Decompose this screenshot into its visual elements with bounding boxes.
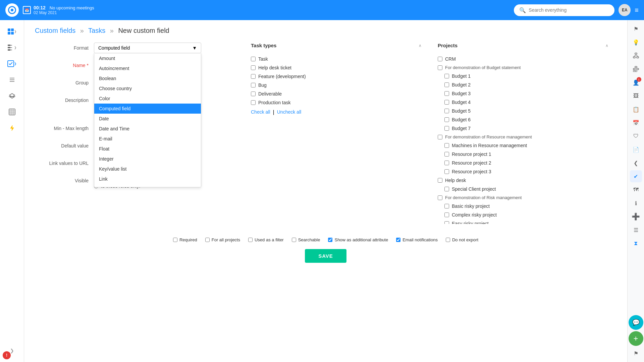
task-type-deliverable-label[interactable]: Deliverable — [258, 91, 282, 97]
project-machines-label[interactable]: Machines in Resource management — [452, 143, 527, 148]
task-type-task-label[interactable]: Task — [258, 56, 268, 62]
option-amount[interactable]: Amount — [94, 53, 201, 63]
project-budget7-label[interactable]: Budget 7 — [452, 126, 471, 131]
task-type-deliverable-checkbox[interactable] — [251, 92, 256, 96]
option-computed-field[interactable]: Computed field — [94, 104, 201, 114]
breadcrumb-custom-fields[interactable]: Custom fields — [35, 27, 75, 34]
used-as-filter-label[interactable]: Used as a filter — [255, 237, 284, 242]
add-button[interactable]: + — [629, 331, 643, 346]
project-complex-risky-checkbox[interactable] — [444, 213, 449, 217]
searchable-checkbox[interactable] — [292, 238, 296, 242]
project-budget3-checkbox[interactable] — [444, 91, 449, 96]
sidebar-item-tasks[interactable]: ❯ — [5, 56, 19, 71]
right-shield-icon[interactable]: 🛡 — [630, 130, 642, 142]
right-calendar-icon[interactable]: 📅 — [630, 117, 642, 129]
project-budget1-checkbox[interactable] — [444, 74, 449, 78]
project-budget1-label[interactable]: Budget 1 — [452, 73, 471, 79]
project-resource-group-label[interactable]: For demonstration of Resource management — [445, 134, 532, 139]
right-collapse-icon[interactable]: ❮ — [630, 157, 642, 169]
task-type-feature-checkbox[interactable] — [251, 74, 256, 79]
project-risk-group-label[interactable]: For demonstration of Risk management — [445, 195, 522, 200]
project-basic-risky-label[interactable]: Basic risky project — [452, 203, 490, 209]
required-label[interactable]: Required — [179, 237, 197, 242]
sidebar-item-grid[interactable]: ❯ — [5, 24, 19, 39]
do-not-export-label[interactable]: Do not export — [452, 237, 478, 242]
task-type-production-checkbox[interactable] — [251, 100, 256, 105]
format-dropdown[interactable]: Computed field ▼ Amount Autoincrement Bo… — [94, 43, 201, 53]
sidebar-item-table[interactable] — [5, 105, 19, 119]
project-budget2-label[interactable]: Budget 2 — [452, 82, 471, 87]
right-checkmark-icon[interactable]: ✔ — [630, 170, 642, 182]
project-resource2-label[interactable]: Resource project 2 — [452, 160, 491, 166]
project-budget2-checkbox[interactable] — [444, 82, 449, 87]
right-user-icon[interactable]: 👤 1 — [630, 76, 642, 88]
hamburger-menu[interactable]: ≡ — [635, 6, 639, 14]
project-budget-group-label[interactable]: For demonstration of Budget statement — [445, 65, 521, 70]
option-boolean[interactable]: Boolean — [94, 73, 201, 83]
project-machines-checkbox[interactable] — [444, 143, 449, 148]
sidebar-item-bolt[interactable] — [5, 121, 19, 135]
project-resource3-checkbox[interactable] — [444, 169, 449, 174]
project-risk-group-checkbox[interactable] — [438, 195, 442, 200]
check-all-link[interactable]: Check all — [251, 109, 270, 115]
option-date-and-time[interactable]: Date and Time — [94, 124, 201, 134]
search-box[interactable]: 🔍 — [514, 4, 614, 16]
option-float[interactable]: Float — [94, 144, 201, 154]
projects-collapse-btn[interactable]: ∧ — [605, 43, 608, 48]
project-helpdesk-group-label[interactable]: Help desk — [445, 178, 466, 183]
project-budget4-label[interactable]: Budget 4 — [452, 100, 471, 105]
project-special-client-label[interactable]: Special Client project — [452, 186, 496, 192]
project-budget5-label[interactable]: Budget 5 — [452, 108, 471, 114]
project-crm-label[interactable]: CRM — [445, 56, 456, 62]
sidebar-item-list[interactable] — [5, 72, 19, 87]
for-all-projects-label[interactable]: For all projects — [212, 237, 240, 242]
task-type-task-checkbox[interactable] — [251, 57, 256, 61]
right-map-icon[interactable]: 🗺 — [630, 184, 642, 196]
breadcrumb-tasks[interactable]: Tasks — [88, 27, 105, 34]
project-helpdesk-group-checkbox[interactable] — [438, 178, 442, 183]
right-hierarchy-icon[interactable] — [630, 63, 642, 75]
chat-button[interactable]: 💬 — [629, 315, 643, 330]
option-integer[interactable]: Integer — [94, 154, 201, 164]
project-resource3-label[interactable]: Resource project 3 — [452, 169, 491, 174]
option-key-value-list[interactable]: Key/value list — [94, 164, 201, 174]
right-image-icon[interactable]: 🖼 — [630, 90, 642, 102]
right-flag-icon[interactable]: ⚑ — [630, 23, 642, 35]
option-choose-country[interactable]: Choose country — [94, 83, 201, 94]
option-email[interactable]: E-mail — [94, 134, 201, 144]
right-flag-bottom-icon[interactable]: ⚑ — [630, 347, 642, 359]
email-notifications-label[interactable]: Email notifications — [402, 237, 438, 242]
email-notifications-checkbox[interactable] — [396, 238, 400, 242]
project-budget3-label[interactable]: Budget 3 — [452, 91, 471, 96]
project-basic-risky-checkbox[interactable] — [444, 204, 449, 208]
option-date[interactable]: Date — [94, 114, 201, 124]
task-type-bug-label[interactable]: Bug — [258, 82, 267, 88]
right-filter-icon[interactable]: ⧗ — [630, 237, 642, 249]
task-types-collapse-btn[interactable]: ∧ — [419, 43, 422, 48]
required-checkbox[interactable] — [173, 238, 177, 242]
uncheck-all-link[interactable]: Uncheck all — [277, 109, 301, 115]
right-lightbulb-icon[interactable]: 💡 — [630, 36, 642, 48]
project-easy-risky-checkbox[interactable] — [444, 221, 449, 224]
task-type-helpdesk-checkbox[interactable] — [251, 65, 256, 70]
app-logo[interactable] — [5, 3, 19, 17]
project-special-client-checkbox[interactable] — [444, 187, 449, 191]
used-as-filter-checkbox[interactable] — [248, 238, 253, 242]
project-crm-checkbox[interactable] — [438, 57, 442, 61]
project-resource1-checkbox[interactable] — [444, 152, 449, 157]
right-list-icon[interactable]: ☰ — [630, 224, 642, 236]
project-easy-risky-label[interactable]: Easy risky project — [452, 221, 489, 224]
show-additional-checkbox[interactable] — [328, 238, 332, 242]
right-document-icon[interactable]: 📄 — [630, 143, 642, 156]
for-all-projects-checkbox[interactable] — [205, 238, 210, 242]
project-budget7-checkbox[interactable] — [444, 126, 449, 131]
avatar[interactable]: EA — [619, 4, 631, 16]
task-type-helpdesk-label[interactable]: Help desk ticket — [258, 65, 291, 70]
right-add-icon[interactable]: ➕ — [630, 210, 642, 223]
option-autoincrement[interactable]: Autoincrement — [94, 63, 201, 73]
right-contact-icon[interactable]: 📋 — [630, 103, 642, 115]
project-budget6-checkbox[interactable] — [444, 117, 449, 122]
right-org-chart-icon[interactable] — [630, 50, 642, 62]
right-info-icon[interactable]: ℹ — [630, 197, 642, 209]
project-complex-risky-label[interactable]: Complex risky project — [452, 212, 497, 218]
